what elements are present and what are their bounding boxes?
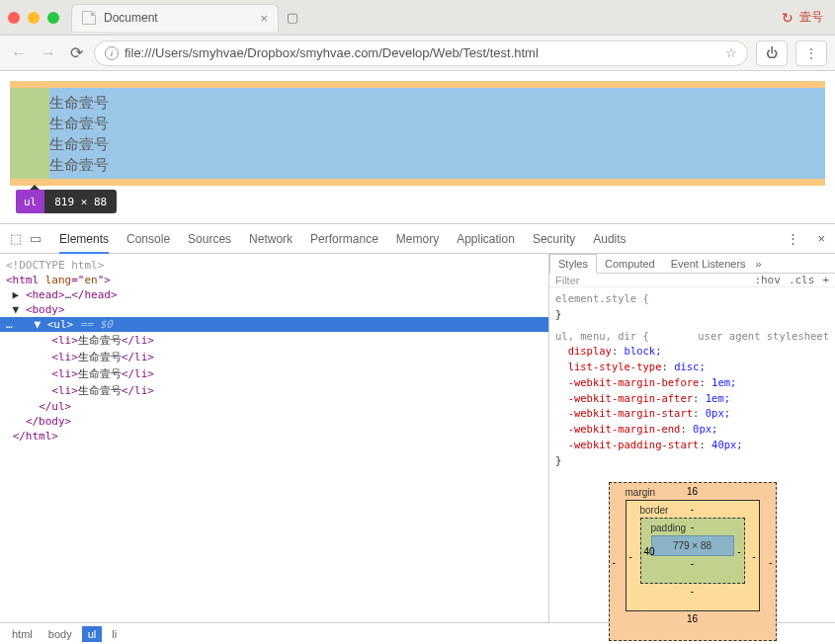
border-bottom-value: - <box>640 586 745 597</box>
extension-label: 壹号 <box>799 9 823 26</box>
menu-icon[interactable]: ⋮ <box>795 40 827 66</box>
maximize-window-button[interactable] <box>47 12 59 24</box>
border-label: border <box>640 505 669 516</box>
styles-pane: Styles Computed Event Listeners » Filter… <box>548 254 835 622</box>
dom-li[interactable]: <li> <box>51 334 78 347</box>
page-viewport: 生命壹号 生命壹号 生命壹号 生命壹号 ul 819 × 88 <box>0 71 835 223</box>
power-icon[interactable]: ⏻ <box>756 40 788 66</box>
close-window-button[interactable] <box>8 12 20 24</box>
tab-styles[interactable]: Styles <box>549 254 597 274</box>
breadcrumb-body[interactable]: body <box>42 626 78 642</box>
tab-title: Document <box>104 11 158 25</box>
devtools-tabbar: ⬚ ▭ Elements Console Sources Network Per… <box>0 224 835 254</box>
list-item: 生命壹号 <box>49 154 825 175</box>
tab-memory[interactable]: Memory <box>396 232 439 246</box>
more-tabs-icon[interactable]: » <box>756 258 762 270</box>
border-top-value: - <box>691 504 694 515</box>
traffic-lights <box>8 12 59 24</box>
close-tab-icon[interactable]: × <box>260 11 268 26</box>
forward-button[interactable]: → <box>38 45 59 61</box>
ua-selector: ul, menu, dir { <box>555 330 649 342</box>
css-rules[interactable]: element.style { } user agent stylesheet … <box>549 287 835 472</box>
tab-console[interactable]: Console <box>126 232 170 246</box>
breadcrumb-ul[interactable]: ul <box>82 626 103 642</box>
minimize-window-button[interactable] <box>28 12 40 24</box>
dom-head[interactable]: <head> <box>26 288 65 301</box>
dom-ul-close[interactable]: </ul> <box>39 400 71 413</box>
window-titlebar: Document × ▢ ↻ 壹号 <box>0 0 835 36</box>
border-right-value: - <box>752 550 755 561</box>
styles-tabbar: Styles Computed Event Listeners » <box>549 254 835 274</box>
tooltip-tag: ul <box>16 190 44 213</box>
margin-left-value: - <box>613 556 616 567</box>
breadcrumb-li[interactable]: li <box>106 626 123 642</box>
stylesheet-source: user agent stylesheet <box>698 329 829 345</box>
dom-html-open[interactable]: <html lang="en"> <box>6 274 111 286</box>
tab-elements[interactable]: Elements <box>59 232 109 254</box>
highlight-padding <box>10 88 49 179</box>
highlight-margin: 生命壹号 生命壹号 生命壹号 生命壹号 <box>10 81 825 186</box>
tab-event-listeners[interactable]: Event Listeners <box>663 255 754 273</box>
page-ul: 生命壹号 生命壹号 生命壹号 生命壹号 <box>10 88 825 179</box>
bookmark-icon[interactable]: ☆ <box>725 45 737 60</box>
url-text: file:///Users/smyhvae/Dropbox/smyhvae.co… <box>125 45 539 60</box>
cls-toggle[interactable]: .cls <box>789 274 815 286</box>
padding-label: padding <box>651 523 687 533</box>
list-item: 生命壹号 <box>49 113 825 133</box>
list-item: 生命壹号 <box>49 92 825 113</box>
dom-doctype: <!DOCTYPE html> <box>6 259 104 272</box>
devtools-panel: ⬚ ▭ Elements Console Sources Network Per… <box>0 223 835 644</box>
dom-li[interactable]: <li> <box>51 367 78 380</box>
margin-label: margin <box>626 487 656 498</box>
breadcrumb-html[interactable]: html <box>6 626 39 642</box>
tab-network[interactable]: Network <box>249 232 292 246</box>
margin-top-value: 16 <box>687 486 698 497</box>
hov-toggle[interactable]: :hov <box>754 274 781 286</box>
padding-top-value: - <box>691 522 694 532</box>
devtools-close-icon[interactable]: × <box>817 231 825 246</box>
tooltip-dimensions: 819 × 88 <box>44 196 117 208</box>
browser-tab[interactable]: Document × <box>71 4 279 32</box>
add-style-button[interactable]: + <box>822 274 829 286</box>
box-model-diagram[interactable]: margin 16 - - border - - - padding - 40 … <box>609 482 777 641</box>
url-input[interactable]: i file:///Users/smyhvae/Dropbox/smyhvae.… <box>94 40 748 66</box>
filter-input[interactable]: Filter <box>555 275 579 286</box>
tab-computed[interactable]: Computed <box>597 255 663 273</box>
styles-filter-row: Filter :hov .cls + <box>549 274 835 287</box>
margin-bottom-value: 16 <box>626 613 760 624</box>
tab-performance[interactable]: Performance <box>310 232 378 246</box>
dom-selected-ul[interactable]: … ▼ <ul> == $0 <box>0 317 548 332</box>
tab-application[interactable]: Application <box>457 232 515 246</box>
tab-security[interactable]: Security <box>533 232 575 246</box>
devtools-body: <!DOCTYPE html> <html lang="en"> ▶ <head… <box>0 254 835 622</box>
browser-tabs: Document × ▢ <box>71 0 298 35</box>
tab-audits[interactable]: Audits <box>593 232 626 246</box>
dom-li[interactable]: <li> <box>51 384 78 397</box>
dom-tree[interactable]: <!DOCTYPE html> <html lang="en"> ▶ <head… <box>0 254 548 622</box>
tab-sources[interactable]: Sources <box>188 232 231 246</box>
inspect-icon[interactable]: ⬚ <box>10 231 22 246</box>
device-toggle-icon[interactable]: ▭ <box>30 231 42 246</box>
address-bar-row: ← → ⟳ i file:///Users/smyhvae/Dropbox/sm… <box>0 36 835 71</box>
site-info-icon[interactable]: i <box>105 46 119 60</box>
border-left-value: - <box>629 550 632 561</box>
refresh-icon: ↻ <box>782 10 793 26</box>
new-tab-button[interactable]: ▢ <box>287 10 298 25</box>
reload-button[interactable]: ⟳ <box>67 45 86 61</box>
list-item: 生命壹号 <box>49 133 825 154</box>
dom-body-close[interactable]: </body> <box>26 415 71 428</box>
content-dimensions: 779 × 88 <box>651 535 734 556</box>
element-style-selector: element.style { <box>555 292 649 304</box>
padding-left-value: 40 <box>644 545 655 556</box>
dom-li[interactable]: <li> <box>51 351 78 363</box>
back-button[interactable]: ← <box>8 45 30 61</box>
devtools-menu-icon[interactable]: ⋮ <box>787 231 799 246</box>
page-icon <box>82 11 96 25</box>
margin-right-value: - <box>769 556 772 567</box>
padding-bottom-value: - <box>651 558 734 569</box>
element-tooltip: ul 819 × 88 <box>16 190 117 213</box>
dom-html-close[interactable]: </html> <box>13 430 58 443</box>
padding-right-value: - <box>737 545 740 556</box>
dom-body-open[interactable]: <body> <box>26 303 65 316</box>
extension-badge[interactable]: ↻ 壹号 <box>782 9 823 26</box>
